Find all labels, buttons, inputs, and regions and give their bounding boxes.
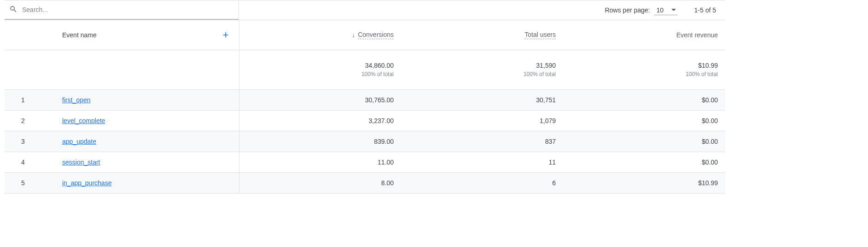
summary-conversions-value: 34,860.00 — [239, 62, 394, 69]
search-input[interactable] — [22, 6, 239, 13]
table-row: 2 level_complete 3,237.00 1,079 $0.00 — [5, 110, 725, 131]
event-link[interactable]: session_start — [62, 159, 100, 166]
summary-total-users-pct: 100% of total — [401, 71, 556, 77]
cell-conversions: 3,237.00 — [239, 110, 401, 131]
cell-total-users: 30,751 — [401, 89, 563, 110]
search-icon — [9, 5, 17, 15]
header-index — [5, 20, 41, 50]
row-index: 2 — [5, 110, 41, 131]
event-link[interactable]: in_app_purchase — [62, 179, 111, 187]
summary-total-users-value: 31,590 — [401, 62, 556, 69]
cell-total-users: 11 — [401, 152, 563, 172]
cell-conversions: 8.00 — [239, 172, 401, 193]
row-index: 1 — [5, 89, 41, 110]
cell-conversions: 839.00 — [239, 131, 401, 152]
header-total-users[interactable]: Total users — [524, 31, 556, 39]
row-index: 4 — [5, 152, 41, 172]
event-link[interactable]: level_complete — [62, 117, 105, 124]
header-conversions-label: Conversions — [358, 31, 394, 39]
row-index: 5 — [5, 172, 41, 193]
header-event-name-label: Event name — [62, 31, 97, 39]
summary-conversions-pct: 100% of total — [239, 71, 394, 77]
table-toolbar: Rows per page: 10 1-5 of 5 — [5, 0, 725, 20]
summary-event-revenue-pct: 100% of total — [563, 71, 718, 77]
rows-per-page-value: 10 — [657, 6, 664, 14]
data-table: Event name + ↓ Conversions Total users E… — [5, 20, 725, 194]
add-dimension-button[interactable]: + — [223, 30, 229, 40]
table-header-row: Event name + ↓ Conversions Total users E… — [5, 20, 725, 50]
header-conversions[interactable]: ↓ Conversions — [352, 31, 394, 39]
table-row: 3 app_update 839.00 837 $0.00 — [5, 131, 725, 152]
pager: Rows per page: 10 1-5 of 5 — [605, 6, 725, 15]
event-link[interactable]: app_update — [62, 138, 96, 145]
header-total-users-label: Total users — [524, 31, 556, 39]
sort-desc-icon: ↓ — [352, 31, 355, 39]
page-range: 1-5 of 5 — [694, 6, 716, 14]
table-row: 4 session_start 11.00 11 $0.00 — [5, 152, 725, 172]
search-cell[interactable] — [5, 0, 239, 20]
header-event-revenue-label: Event revenue — [676, 31, 718, 39]
row-index: 3 — [5, 131, 41, 152]
chevron-down-icon — [671, 9, 676, 11]
header-event-name: Event name + — [41, 20, 239, 50]
cell-conversions: 30,765.00 — [239, 89, 401, 110]
cell-event-revenue: $0.00 — [563, 110, 725, 131]
table-row: 5 in_app_purchase 8.00 6 $10.99 — [5, 172, 725, 193]
header-event-revenue[interactable]: Event revenue — [676, 31, 718, 39]
cell-event-revenue: $10.99 — [563, 172, 725, 193]
cell-event-revenue: $0.00 — [563, 152, 725, 172]
cell-event-revenue: $0.00 — [563, 131, 725, 152]
cell-total-users: 6 — [401, 172, 563, 193]
table-summary-row: 34,860.00 100% of total 31,590 100% of t… — [5, 50, 725, 89]
rows-per-page-select[interactable]: 10 — [654, 6, 678, 15]
cell-total-users: 1,079 — [401, 110, 563, 131]
table-row: 1 first_open 30,765.00 30,751 $0.00 — [5, 89, 725, 110]
event-link[interactable]: first_open — [62, 96, 90, 104]
cell-conversions: 11.00 — [239, 152, 401, 172]
rows-per-page-label: Rows per page: — [605, 6, 650, 14]
cell-total-users: 837 — [401, 131, 563, 152]
cell-event-revenue: $0.00 — [563, 89, 725, 110]
summary-event-revenue-value: $10.99 — [563, 62, 718, 69]
